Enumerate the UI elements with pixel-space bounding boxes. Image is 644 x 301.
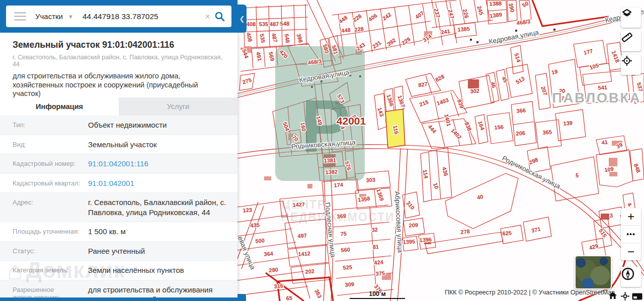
parcel-label[interactable]: 5	[576, 172, 579, 178]
cadastral-quarter-link[interactable]: 91:01:042001	[88, 178, 237, 188]
parcel-label[interactable]: 226	[462, 9, 470, 19]
parcel-label[interactable]: 1367	[396, 94, 406, 108]
parcel-label[interactable]: 114	[422, 169, 430, 179]
parcel-label[interactable]: 237	[433, 8, 441, 19]
parcel-label[interactable]: 1368	[357, 195, 370, 203]
parcel-label[interactable]: 491	[255, 51, 263, 61]
parcel-label[interactable]: 123	[243, 207, 252, 213]
parcel-label[interactable]: 569	[268, 51, 276, 61]
zoom-out-button[interactable]: −	[621, 243, 641, 260]
parcel-label[interactable]: 487	[271, 33, 279, 43]
parcel-label[interactable]: 625	[502, 230, 512, 237]
parcel-label[interactable]: 245	[476, 5, 485, 16]
clear-search-icon[interactable]: ×	[202, 11, 213, 22]
parcel-label[interactable]: 3	[610, 213, 613, 219]
parcel-label[interactable]: 468/3	[516, 18, 531, 26]
parcel-label[interactable]: 164	[477, 120, 486, 131]
parcel-label[interactable]: 41	[601, 139, 608, 145]
measure-button[interactable]	[621, 31, 641, 51]
parcel-label[interactable]: 278	[460, 228, 470, 235]
parcel-label[interactable]: 207	[540, 85, 548, 96]
parcel-label[interactable]: 109	[604, 166, 614, 173]
parcel-label[interactable]: 548	[283, 33, 291, 43]
minimap-satellite-preview[interactable]	[575, 255, 612, 289]
parcel-label[interactable]: 363	[313, 288, 323, 299]
parcel-label[interactable]: 202	[305, 268, 314, 274]
parcel-label[interactable]: 228	[354, 26, 364, 33]
parcel-label[interactable]: 548	[280, 21, 289, 27]
parcel-label[interactable]: 390	[508, 3, 516, 13]
parcel-label[interactable]: 275	[242, 77, 252, 85]
parcel-label[interactable]: 436	[441, 166, 449, 176]
panel-collapse-button[interactable]: ❮	[237, 5, 247, 33]
parcel-label[interactable]: 65	[286, 295, 292, 301]
parcel-label[interactable]: 4	[626, 202, 633, 208]
tab-information[interactable]: Информация	[0, 97, 119, 116]
parcel-label[interactable]: 435	[250, 222, 260, 228]
parcel-label[interactable]: 206	[516, 130, 525, 136]
tab-services[interactable]: Услуги	[119, 97, 237, 116]
compass-button[interactable]	[621, 267, 641, 287]
parcel-label[interactable]: 228	[352, 13, 363, 23]
parcel-label[interactable]: 81	[372, 244, 379, 250]
quarter-number-label[interactable]: 42001	[337, 115, 366, 127]
parcel-label[interactable]: 10	[432, 182, 440, 189]
parcel-label[interactable]: 1366	[385, 93, 395, 107]
parcel-label[interactable]: 1389	[489, 11, 502, 19]
parcel-label[interactable]: 209	[409, 222, 418, 229]
parcel-label[interactable]: 105	[589, 62, 599, 71]
parcel-label[interactable]: 1403	[436, 97, 449, 107]
parcel-label[interactable]: 535	[259, 21, 268, 27]
parcel-label[interactable]: 156	[494, 124, 504, 130]
parcel-label[interactable]: 1401	[443, 114, 452, 127]
parcel-label[interactable]: 514	[513, 52, 522, 63]
search-button[interactable]	[214, 11, 225, 22]
parcel-label[interactable]: 139	[563, 120, 573, 126]
target-button[interactable]	[621, 55, 641, 75]
parcel-label[interactable]: 177	[583, 48, 594, 56]
search-category-dropdown[interactable]: Участки ▼	[35, 12, 73, 21]
parcel-label[interactable]: 1382	[325, 168, 338, 175]
parcel-label[interactable]: 369	[337, 213, 346, 219]
parcel-label[interactable]: 1381	[324, 157, 336, 163]
parcel-label[interactable]: 429	[588, 243, 599, 251]
parcel-label[interactable]: 280	[269, 266, 278, 273]
cadastral-number-link[interactable]: 91:01:042001:116	[88, 159, 237, 169]
parcel-label[interactable]: 310	[406, 200, 416, 211]
parcel-label[interactable]: 848	[633, 163, 642, 173]
parcel-label[interactable]: 242	[381, 12, 392, 22]
parcel-label[interactable]: 309	[345, 281, 354, 287]
parcel-label[interactable]: 444	[427, 124, 438, 135]
parcel-label[interactable]: 541	[598, 84, 607, 91]
parcel-label[interactable]: 1427	[292, 201, 305, 208]
parcel-label[interactable]: 500	[255, 237, 265, 244]
parcel-label[interactable]: 143	[376, 107, 385, 117]
parcel-label[interactable]: 32	[371, 227, 378, 233]
parcel-label[interactable]: 302	[470, 87, 479, 94]
locate-button[interactable]	[621, 292, 630, 301]
parcel-label[interactable]: 241	[441, 28, 451, 35]
zoom-options-button[interactable]: •••	[621, 226, 641, 243]
parcel-label[interactable]: 838	[464, 121, 473, 132]
parcel-label[interactable]: 75	[340, 231, 347, 237]
home-button[interactable]	[608, 291, 618, 300]
parcel-label[interactable]: 513	[515, 75, 526, 85]
parcel-label[interactable]: 40	[476, 193, 484, 200]
parcel-label[interactable]: 298	[528, 156, 539, 165]
parcel-label[interactable]: 497	[297, 232, 307, 239]
layers-button[interactable]	[621, 8, 641, 28]
parcel-label[interactable]: 408	[247, 21, 256, 27]
parcel-label[interactable]: 828	[434, 73, 445, 83]
parcel-label[interactable]: 303	[366, 176, 375, 183]
parcel-label[interactable]: 375	[375, 270, 385, 276]
parcel-label[interactable]: 371	[531, 226, 541, 234]
parcel-label[interactable]: 535	[259, 33, 266, 43]
parcel-label[interactable]: 1369	[375, 188, 385, 202]
parcel-label[interactable]: 50	[521, 0, 529, 8]
parcel-label[interactable]: 365	[542, 129, 552, 135]
parcel-label[interactable]: 560	[341, 246, 350, 253]
parcel-label[interactable]: 364	[264, 250, 274, 257]
parcel-label[interactable]: 1395	[403, 238, 415, 245]
parcel-label[interactable]: 46	[490, 81, 497, 88]
parcel-label[interactable]: 448	[341, 27, 351, 34]
